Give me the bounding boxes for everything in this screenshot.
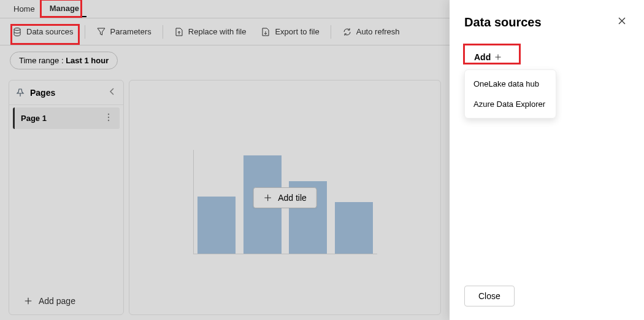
parameters-label: Parameters xyxy=(110,27,151,36)
data-sources-label: Data sources xyxy=(26,27,74,36)
add-page-label: Add page xyxy=(39,296,75,306)
auto-refresh-button[interactable]: Auto refresh xyxy=(336,23,406,41)
pin-icon xyxy=(15,88,25,98)
auto-refresh-label: Auto refresh xyxy=(356,27,400,36)
plus-icon xyxy=(263,193,272,202)
chevron-left-icon[interactable] xyxy=(107,87,117,98)
export-to-file-label: Export to file xyxy=(275,27,319,36)
time-range-chip[interactable]: Time range : Last 1 hour xyxy=(10,52,118,69)
more-icon[interactable] xyxy=(104,112,113,124)
svg-point-2 xyxy=(108,117,109,118)
close-button[interactable]: Close xyxy=(464,286,515,306)
main-area: Pages Page 1 Add page Add tile xyxy=(0,75,450,320)
data-sources-button[interactable]: Data sources xyxy=(6,23,80,41)
replace-with-file-button[interactable]: Replace with file xyxy=(168,23,253,41)
nav-home[interactable]: Home xyxy=(6,2,42,17)
data-sources-panel: Data sources Add OneLake data hub Azure … xyxy=(450,0,644,320)
add-source-dropdown: OneLake data hub Azure Data Explorer xyxy=(464,69,556,119)
separator xyxy=(331,25,331,39)
database-icon xyxy=(12,27,22,37)
pages-header: Pages xyxy=(9,80,123,105)
plus-icon xyxy=(494,53,502,61)
parameters-button[interactable]: Parameters xyxy=(90,23,158,41)
separator xyxy=(163,25,163,39)
close-icon[interactable] xyxy=(615,14,629,31)
filter-icon xyxy=(96,27,106,37)
panel-header: Data sources xyxy=(464,14,629,31)
add-page-button[interactable]: Add page xyxy=(9,287,123,314)
dashboard-canvas: Add tile xyxy=(129,80,441,315)
chart-bar xyxy=(197,197,236,254)
add-data-source-button[interactable]: Add xyxy=(464,47,512,67)
dropdown-item-onelake[interactable]: OneLake data hub xyxy=(465,74,556,94)
pages-title: Pages xyxy=(30,88,55,98)
panel-title: Data sources xyxy=(464,15,542,29)
nav-manage[interactable]: Manage xyxy=(42,1,86,17)
page-item[interactable]: Page 1 xyxy=(13,107,120,129)
svg-point-1 xyxy=(108,114,109,115)
pages-sidebar: Pages Page 1 Add page xyxy=(9,80,124,315)
dropdown-item-azure-data-explorer[interactable]: Azure Data Explorer xyxy=(465,94,556,114)
add-tile-button[interactable]: Add tile xyxy=(253,187,317,208)
time-range-value: Last 1 hour xyxy=(66,56,109,65)
time-range-label: Time range : xyxy=(19,56,64,65)
replace-with-file-label: Replace with file xyxy=(188,27,247,36)
svg-point-3 xyxy=(108,120,109,121)
refresh-icon xyxy=(342,27,352,37)
plus-icon xyxy=(24,297,33,305)
export-to-file-button[interactable]: Export to file xyxy=(255,23,325,41)
export-file-icon xyxy=(261,27,270,37)
replace-file-icon xyxy=(174,27,184,37)
chart-bar xyxy=(335,202,373,254)
separator xyxy=(85,25,85,39)
svg-point-0 xyxy=(14,28,20,30)
add-label: Add xyxy=(474,52,491,62)
add-tile-label: Add tile xyxy=(278,193,307,203)
page-item-label: Page 1 xyxy=(21,114,47,123)
